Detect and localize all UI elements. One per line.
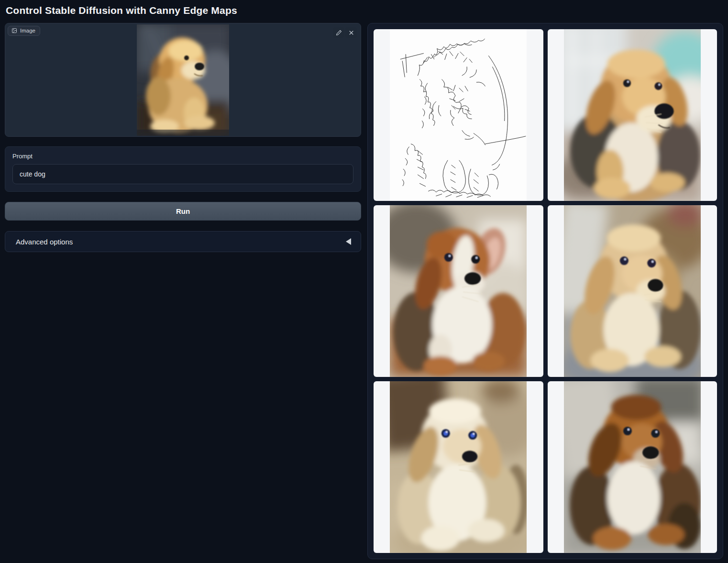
generated-image-1 xyxy=(564,29,701,201)
output-gallery xyxy=(367,23,723,559)
advanced-options-accordion[interactable]: Advanced options xyxy=(5,231,361,252)
image-component-label-text: Image xyxy=(20,28,35,33)
gallery-item-5[interactable] xyxy=(548,381,717,553)
generated-image-2 xyxy=(390,205,527,377)
input-image-component[interactable]: Image xyxy=(5,23,361,137)
gallery-item-canny-edge[interactable] xyxy=(374,29,543,201)
pencil-icon xyxy=(336,30,342,36)
gallery-item-2[interactable] xyxy=(374,205,543,377)
uploaded-image[interactable] xyxy=(137,24,229,136)
generated-image-5 xyxy=(564,381,701,553)
run-button[interactable]: Run xyxy=(5,202,361,221)
right-column xyxy=(367,23,723,559)
image-actions xyxy=(333,27,357,38)
gallery-item-1[interactable] xyxy=(548,29,717,201)
close-icon xyxy=(348,30,354,36)
image-component-label: Image xyxy=(8,26,40,36)
clear-image-button[interactable] xyxy=(345,27,357,38)
chevron-left-icon xyxy=(346,238,351,245)
generated-image-3 xyxy=(564,205,701,377)
page-title: Control Stable Diffusion with Canny Edge… xyxy=(5,4,723,23)
app-root: Control Stable Diffusion with Canny Edge… xyxy=(0,0,728,563)
prompt-block: Prompt xyxy=(5,146,361,192)
generated-image-4 xyxy=(390,381,527,553)
prompt-input[interactable] xyxy=(12,164,353,184)
edit-image-button[interactable] xyxy=(333,27,344,38)
main-layout: Image xyxy=(5,23,723,559)
gallery-item-4[interactable] xyxy=(374,381,543,553)
left-column: Image xyxy=(5,23,361,252)
gallery-item-3[interactable] xyxy=(548,205,717,377)
canny-edge-image xyxy=(390,29,527,201)
image-icon xyxy=(11,28,17,33)
prompt-label: Prompt xyxy=(12,153,353,160)
advanced-options-label: Advanced options xyxy=(16,238,73,246)
